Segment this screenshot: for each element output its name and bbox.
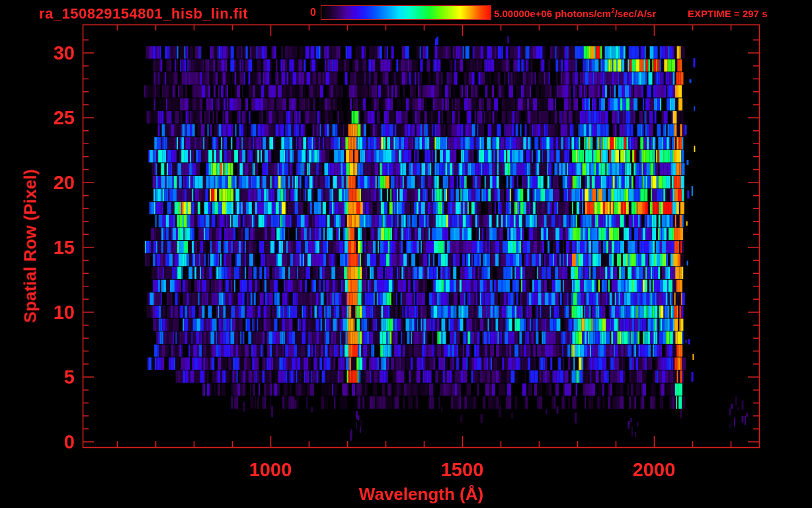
- y-tick-label: 25: [54, 106, 75, 128]
- colorbar-min-label: 0: [284, 7, 316, 19]
- colorbar-units-post: /sec/A/sr: [615, 8, 657, 19]
- y-tick-label: 30: [54, 42, 75, 64]
- colorbar-max-label: 5.00000e+06 photons/cm2/sec/A/sr: [494, 7, 656, 19]
- plot-title: ra_150829154801_hisb_lin.fit: [39, 5, 248, 22]
- colorbar-units-pre: photons/cm: [552, 8, 611, 19]
- colorbar: [321, 5, 491, 20]
- y-tick-label: 20: [54, 171, 75, 193]
- y-tick-label: 0: [64, 431, 75, 452]
- x-axis-title: Wavelength (Å): [359, 484, 483, 505]
- y-tick-label: 10: [54, 301, 75, 323]
- x-tick-label: 1500: [441, 459, 484, 481]
- plot-window: ra_150829154801_hisb_lin.fit 0 5.00000e+…: [0, 0, 812, 508]
- x-tick-label: 2000: [633, 459, 676, 481]
- spectrogram-canvas: [0, 0, 812, 508]
- colorbar-max-value: 5.00000e+06: [494, 8, 552, 19]
- y-tick-label: 5: [64, 366, 75, 388]
- x-tick-label: 1000: [249, 459, 292, 481]
- y-tick-label: 15: [54, 236, 75, 258]
- y-axis-title: Spatial Row (Pixel): [20, 169, 41, 323]
- exptime-label: EXPTIME = 297 s: [688, 8, 767, 19]
